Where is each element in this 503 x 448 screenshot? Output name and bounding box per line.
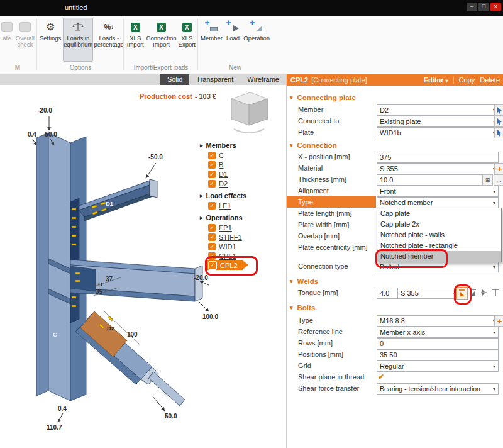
type-select[interactable]: Notched member▾ <box>377 197 499 208</box>
checkbox-icon[interactable]: ✓ <box>208 152 216 159</box>
chevron-down-icon: ▾ <box>451 291 456 296</box>
delete-button[interactable]: Delete <box>480 76 500 84</box>
row-connected-to: Connected to Existing plate▾ <box>287 115 503 126</box>
weld-type-fillet-icon[interactable] <box>456 287 468 300</box>
plate-select[interactable]: WID1b▾ <box>377 127 499 138</box>
ribbon-group-calculate: ate Overall check M <box>0 18 35 73</box>
minimize-button[interactable]: – <box>467 3 477 11</box>
checkbox-icon[interactable]: ✓ <box>208 224 216 232</box>
row-member: Member D2▾ <box>287 104 503 115</box>
weld-material-select[interactable]: S 355▾ <box>397 288 459 299</box>
new-load-button[interactable]: + Load <box>224 18 241 62</box>
beam-member[interactable] <box>70 260 202 301</box>
application-window: untitled – □ × i ate Overall check M <box>0 0 503 448</box>
new-member-button[interactable]: + Member <box>200 18 223 62</box>
property-panel: CPL2 [Connecting plate] Editor ▾ Copy De… <box>286 74 503 448</box>
checkbox-icon[interactable]: ✓ <box>208 252 216 260</box>
add-load-icon: + <box>226 21 240 33</box>
tree-item-d2[interactable]: ✓D2 <box>206 179 282 188</box>
pick-target-button[interactable] <box>494 127 503 138</box>
dropdown-option-cap-plate-2x[interactable]: Cap plate 2x <box>377 219 501 230</box>
checkbox-icon[interactable]: ✓ <box>208 233 216 241</box>
checkbox-icon[interactable]: ✓ <box>208 243 216 250</box>
add-material-button[interactable]: + <box>494 163 503 174</box>
expander-icon[interactable]: ▸ <box>200 142 203 148</box>
tree-group-members[interactable]: ▸Members <box>200 140 282 150</box>
tree-item-le1[interactable]: ✓LE1 <box>206 201 282 210</box>
cursor-arrow-icon <box>497 118 502 125</box>
shear-plane-checkbox[interactable]: ✔ <box>378 372 384 381</box>
diagonal-member-d1[interactable] <box>79 179 157 221</box>
expander-icon[interactable]: ▸ <box>200 215 203 221</box>
tree-item-cpl1[interactable]: ✓CPL1 <box>206 251 282 260</box>
reference-line-select[interactable]: Member x-axis▾ <box>377 327 499 338</box>
section-welds[interactable]: ▾Welds <box>290 276 318 287</box>
member-select[interactable]: D2▾ <box>377 104 499 116</box>
editor-menu[interactable]: Editor ▾ <box>424 76 448 84</box>
tree-item-label: LE1 <box>219 202 231 210</box>
model-viewport[interactable]: Production cost- 103 € <box>0 85 286 448</box>
thickness-input[interactable]: 10.0 <box>377 174 487 186</box>
balance-icon <box>72 21 84 33</box>
ribbon: ate Overall check M ⚙ Settings <box>0 16 503 75</box>
tree-item-c[interactable]: ✓C <box>206 150 282 160</box>
diagonal-member-d2[interactable] <box>75 311 185 406</box>
tree-item-stiff1[interactable]: ✓STIFF1 <box>206 232 282 242</box>
connected-to-select[interactable]: Existing plate▾ <box>377 116 499 127</box>
section-bolts[interactable]: ▾Bolts <box>290 302 315 313</box>
maximize-button[interactable]: □ <box>478 3 489 11</box>
dropdown-option-notched-member[interactable]: Notched member <box>377 251 501 262</box>
xls-import-button[interactable]: X XLS Import <box>126 18 145 62</box>
x-position-input[interactable]: 375 <box>377 152 499 163</box>
bolt-type-select[interactable]: M16 8.8▾ <box>377 315 499 327</box>
weld-type-butt-icon[interactable] <box>490 287 500 298</box>
checkbox-icon[interactable]: ✓ <box>208 202 216 210</box>
tab-solid[interactable]: Solid <box>160 74 189 85</box>
thickness-table-button[interactable]: ⊞ <box>482 174 493 186</box>
section-connection[interactable]: ▾Connection <box>290 140 337 151</box>
checkbox-icon[interactable]: ✓ <box>208 261 217 270</box>
dropdown-option-cap-plate[interactable]: Cap plate <box>377 208 501 219</box>
checkbox-icon[interactable]: ✓ <box>208 171 216 178</box>
close-button[interactable]: × <box>490 3 501 11</box>
pick-member-button[interactable] <box>494 104 503 116</box>
positions-input[interactable]: 35 50 <box>377 349 499 361</box>
tab-wireframe[interactable]: Wireframe <box>240 74 286 85</box>
settings-button[interactable]: ⚙ Settings <box>39 18 62 62</box>
alignment-select[interactable]: Front▾ <box>377 186 499 197</box>
view-cube[interactable] <box>231 92 268 133</box>
tree-item-label: C <box>219 152 224 159</box>
tree-item-ep1[interactable]: ✓EP1 <box>206 223 282 232</box>
new-operation-button[interactable]: + Operation <box>243 18 270 62</box>
connection-import-button[interactable]: X Connection Import <box>146 18 177 62</box>
xls-export-button[interactable]: X XLS Export <box>178 18 196 62</box>
tree-item-b[interactable]: ✓B <box>206 160 282 169</box>
connection-type-select[interactable]: Bolted▾ <box>377 261 499 272</box>
rows-input[interactable]: 0 <box>377 338 499 349</box>
checkbox-icon[interactable]: ✓ <box>208 180 216 188</box>
weld-type-fillet-rear-icon[interactable] <box>468 287 478 298</box>
grid-select[interactable]: Regular▾ <box>377 361 499 372</box>
loads-in-equilibrium-button[interactable]: Loads in equilibrium <box>63 18 93 62</box>
dropdown-option-notched-plate-walls[interactable]: Notched plate - walls <box>377 230 501 240</box>
tree-item-d1[interactable]: ✓D1 <box>206 169 282 179</box>
tree-item-cpl2[interactable]: ✓CPL2 <box>206 260 243 270</box>
material-select[interactable]: S 355▾ <box>377 163 499 174</box>
expander-icon[interactable]: ▸ <box>200 193 203 199</box>
shear-force-select[interactable]: Bearing - tension/shear interaction▾ <box>377 383 499 395</box>
tree-group-load-effects[interactable]: ▸Load effects <box>200 191 282 201</box>
tab-transparent[interactable]: Transparent <box>189 74 240 85</box>
chevron-down-icon: ▾ <box>491 264 495 270</box>
tree-item-wid1[interactable]: ✓WID1 <box>206 242 282 251</box>
add-bolt-assembly-button[interactable]: + <box>494 315 503 327</box>
pick-plate-button[interactable] <box>494 116 503 127</box>
thickness-more-button[interactable]: … <box>494 174 503 186</box>
weld-type-double-fillet-icon[interactable] <box>479 287 489 298</box>
checkbox-icon[interactable]: ✓ <box>208 161 216 169</box>
dropdown-option-notched-plate-rectangle[interactable]: Notched plate - rectangle <box>377 240 501 251</box>
section-connecting-plate[interactable]: ▾Connecting plate <box>290 92 356 103</box>
tree-group-operations[interactable]: ▸Operations <box>200 213 282 223</box>
ribbon-group-label: M <box>0 64 35 71</box>
copy-button[interactable]: Copy <box>459 76 475 84</box>
loads-percentage-button[interactable]: %↓ Loads - percentage <box>94 18 123 62</box>
